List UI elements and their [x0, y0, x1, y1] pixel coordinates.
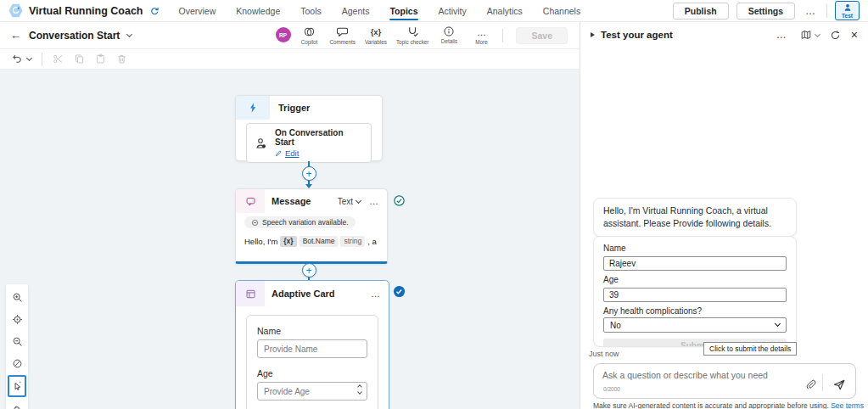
- test-button-label: Test: [842, 13, 853, 19]
- message-text[interactable]: Hello, I'm {x} Bot.Name string , a virtu…: [244, 236, 378, 247]
- age-input[interactable]: [257, 382, 367, 401]
- more-tool-button[interactable]: … More: [468, 25, 495, 45]
- message-more-icon[interactable]: …: [369, 196, 379, 206]
- app-logo-icon: [8, 3, 23, 18]
- test-button[interactable]: Test: [835, 1, 860, 20]
- variable-chip-x[interactable]: {x}: [280, 236, 296, 247]
- attachment-icon[interactable]: [805, 379, 816, 390]
- divider: [42, 53, 42, 66]
- chevron-down-icon: [775, 321, 781, 327]
- nav-overview[interactable]: Overview: [179, 0, 216, 22]
- select-cursor-icon[interactable]: [8, 375, 26, 397]
- chat-input[interactable]: [602, 370, 798, 380]
- chat-input-box[interactable]: 0/2000: [593, 363, 856, 399]
- copilot-studio-app: Virtual Running Coach Overview Knowledge…: [0, 0, 868, 409]
- check-circle-icon: [393, 194, 406, 207]
- name-field-label: Name: [257, 326, 367, 336]
- topic-checker-icon: [406, 25, 419, 38]
- copilot-icon: [303, 25, 316, 38]
- nav-analytics[interactable]: Analytics: [487, 0, 523, 22]
- adaptive-card-node[interactable]: Adaptive Card … Name Age Any health comp…: [235, 280, 389, 409]
- zoom-out-icon[interactable]: [8, 331, 26, 351]
- message-type-selector[interactable]: Text: [338, 197, 353, 206]
- name-input[interactable]: [257, 339, 367, 358]
- adaptive-more-icon[interactable]: …: [371, 289, 381, 299]
- center-target-icon[interactable]: [8, 309, 26, 329]
- chevron-down-icon[interactable]: [356, 197, 361, 203]
- message-icon-cell: [236, 189, 265, 213]
- topic-name: Conversation Start: [29, 30, 120, 42]
- divider: [822, 374, 823, 391]
- settings-button[interactable]: Settings: [736, 3, 795, 20]
- name-field: [257, 339, 367, 358]
- adaptive-card-icon: [245, 289, 256, 300]
- send-icon[interactable]: [832, 378, 846, 391]
- authoring-canvas[interactable]: Trigger On Conversation Start Edit +: [0, 70, 580, 409]
- add-node-button[interactable]: +: [302, 166, 316, 181]
- name-input[interactable]: [603, 256, 787, 271]
- copilot-tool-button[interactable]: Copilot: [296, 25, 323, 45]
- variation-icon: [251, 219, 259, 227]
- collapse-chevron-icon[interactable]: [591, 32, 595, 37]
- nav-knowledge[interactable]: Knowledge: [236, 0, 280, 22]
- lightning-icon: [247, 102, 259, 114]
- zoom-in-icon[interactable]: [8, 287, 26, 307]
- health-select[interactable]: No: [603, 317, 787, 333]
- nav-activity[interactable]: Activity: [439, 0, 467, 22]
- topbar-more-button[interactable]: …: [803, 5, 819, 17]
- health-label: Any health complications?: [603, 306, 787, 316]
- activity-map-button[interactable]: [800, 29, 820, 41]
- back-arrow-icon[interactable]: ←: [10, 29, 21, 42]
- trigger-node-title: Trigger: [278, 103, 310, 113]
- age-field: [257, 382, 367, 401]
- nav-tools[interactable]: Tools: [300, 0, 322, 22]
- adaptive-icon-cell: [236, 281, 265, 306]
- undo-button[interactable]: [12, 53, 31, 64]
- age-input[interactable]: [603, 288, 787, 302]
- delete-icon[interactable]: [116, 53, 127, 64]
- add-node-button[interactable]: +: [302, 263, 316, 277]
- close-icon[interactable]: ×: [851, 29, 858, 41]
- topic-toolbar: ← Conversation Start RP Copilot Comments…: [0, 22, 580, 49]
- details-tool-button[interactable]: Details: [435, 25, 462, 44]
- refresh-icon[interactable]: [830, 30, 841, 41]
- see-terms-link[interactable]: See terms: [831, 401, 864, 409]
- nav-topics[interactable]: Topics: [389, 0, 417, 22]
- number-stepper-icon[interactable]: [358, 385, 361, 394]
- save-button[interactable]: Save: [516, 27, 568, 44]
- cut-icon[interactable]: [53, 53, 64, 64]
- message-bubble-icon: [245, 196, 256, 207]
- more-icon: …: [477, 25, 486, 38]
- variable-chip-name[interactable]: Bot.Name: [300, 236, 339, 247]
- top-bar: Virtual Running Coach Overview Knowledge…: [0, 0, 868, 22]
- chevron-down-icon[interactable]: [126, 31, 132, 37]
- topic-checker-tool-button[interactable]: Topic checker: [395, 25, 431, 45]
- map-icon: [800, 29, 812, 41]
- pan-hand-icon[interactable]: [8, 399, 26, 409]
- slash-circle-icon[interactable]: [8, 353, 26, 373]
- edit-toolbar: [0, 49, 580, 70]
- edit-trigger-link[interactable]: Edit: [275, 148, 363, 158]
- name-label: Name: [603, 244, 787, 253]
- panel-more-button[interactable]: …: [774, 29, 790, 41]
- trigger-step-card[interactable]: On Conversation Start Edit: [246, 123, 372, 163]
- speech-variation-pill[interactable]: Speech variation available.: [244, 216, 356, 228]
- comments-tool-button[interactable]: Comments: [328, 25, 357, 45]
- variables-tool-button[interactable]: {x} Variables: [362, 25, 389, 45]
- adaptive-card-header: Adaptive Card …: [236, 281, 389, 306]
- comment-icon: [336, 25, 349, 38]
- copy-icon[interactable]: [74, 53, 85, 64]
- trigger-node[interactable]: Trigger On Conversation Start Edit: [235, 95, 383, 161]
- nav-agents[interactable]: Agents: [342, 0, 370, 22]
- nav-channels[interactable]: Channels: [543, 0, 580, 22]
- age-label: Age: [603, 275, 787, 284]
- age-field-label: Age: [257, 368, 367, 378]
- message-node-title: Message: [272, 196, 311, 206]
- message-node[interactable]: Message Text … Speech variation availabl…: [235, 188, 388, 264]
- publish-button[interactable]: Publish: [673, 3, 729, 20]
- paste-icon[interactable]: [95, 53, 106, 64]
- app-title: Virtual Running Coach: [29, 5, 143, 17]
- message-node-header: Message Text …: [236, 189, 387, 213]
- test-panel-title: Test your agent: [601, 30, 673, 40]
- person-edit-icon: [255, 137, 268, 150]
